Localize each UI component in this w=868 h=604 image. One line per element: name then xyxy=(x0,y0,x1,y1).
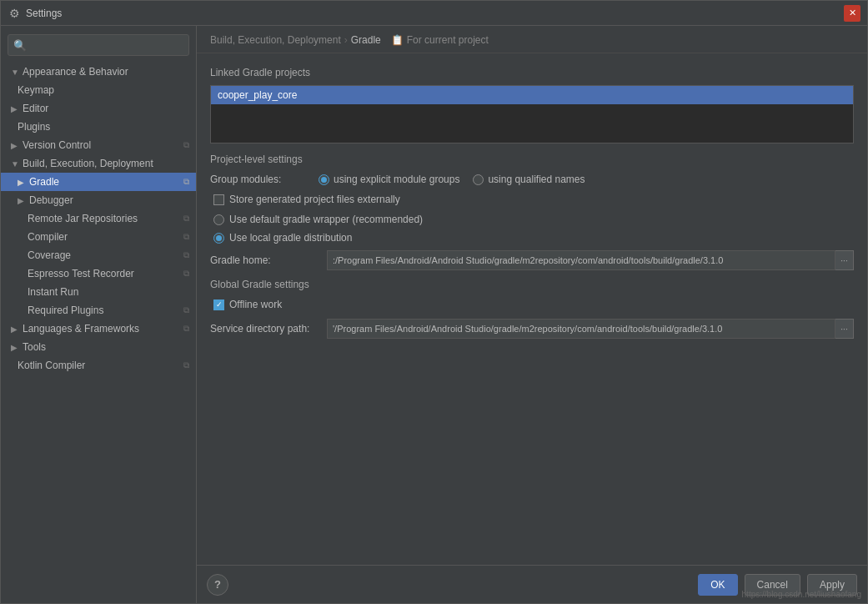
sidebar-item-label: Remote Jar Repositories xyxy=(28,213,138,224)
sidebar-item-version-control[interactable]: ▶ Version Control ⧉ xyxy=(1,136,196,154)
arrow-right-icon: ▶ xyxy=(11,104,21,113)
sidebar-item-label: Espresso Test Recorder xyxy=(28,268,134,279)
use-local-distribution-label: Use local gradle distribution xyxy=(229,232,352,244)
settings-window: ⚙ Settings ✕ 🔍 ▼ Appearance & Behavior K… xyxy=(0,0,868,604)
sidebar-item-remote-jar[interactable]: Remote Jar Repositories ⧉ xyxy=(1,209,196,228)
search-box[interactable]: 🔍 xyxy=(8,34,189,56)
sidebar-item-compiler[interactable]: Compiler ⧉ xyxy=(1,228,196,246)
window-title: Settings xyxy=(26,8,844,19)
footer-left: ? xyxy=(207,574,228,596)
project-settings-label: Project-level settings xyxy=(210,154,854,165)
copy-icon: ⧉ xyxy=(183,177,189,187)
group-modules-label: Group modules: xyxy=(210,174,319,185)
sidebar-item-label: Coverage xyxy=(28,249,71,261)
gradle-home-browse-button[interactable]: ··· xyxy=(835,250,854,270)
sidebar-item-kotlin[interactable]: Kotlin Compiler ⧉ xyxy=(1,356,196,375)
offline-work-label: Offline work xyxy=(229,299,282,310)
store-generated-checkbox[interactable] xyxy=(213,194,224,205)
radio-qualified[interactable]: using qualified names xyxy=(473,174,585,185)
sidebar-item-label: Gradle xyxy=(29,176,59,188)
sidebar-item-label: Tools xyxy=(23,341,46,353)
ok-label: OK xyxy=(710,579,725,591)
sidebar: 🔍 ▼ Appearance & Behavior Keymap ▶ Edito… xyxy=(1,26,197,603)
sidebar-item-label: Plugins xyxy=(18,121,50,133)
sidebar-item-keymap[interactable]: Keymap xyxy=(1,81,196,99)
footer-url: https://blog.csdn.net/liushaofang xyxy=(742,590,861,599)
gradle-home-input[interactable] xyxy=(327,250,835,270)
project-icon: 📋 xyxy=(391,34,404,46)
breadcrumb-current: Gradle xyxy=(351,34,381,46)
use-default-wrapper-label: Use default gradle wrapper (recommended) xyxy=(229,214,423,225)
sidebar-item-label: Instant Run xyxy=(28,286,78,298)
sidebar-item-instant-run[interactable]: Instant Run xyxy=(1,283,196,301)
group-modules-radio-group: using explicit module groups using quali… xyxy=(319,174,585,185)
arrow-down-icon: ▼ xyxy=(11,68,21,77)
breadcrumb: Build, Execution, Deployment › Gradle 📋 … xyxy=(197,26,867,53)
breadcrumb-path: Build, Execution, Deployment xyxy=(210,34,341,46)
service-directory-label: Service directory path: xyxy=(210,323,327,335)
store-generated-row[interactable]: Store generated project files externally xyxy=(210,194,854,205)
help-button[interactable]: ? xyxy=(207,574,228,596)
linked-project-item[interactable]: cooper_play_core xyxy=(211,86,853,104)
radio-use-default-wrapper[interactable] xyxy=(213,214,224,225)
sidebar-item-espresso[interactable]: Espresso Test Recorder ⧉ xyxy=(1,264,196,283)
sidebar-item-label: Kotlin Compiler xyxy=(18,360,85,371)
title-bar: ⚙ Settings ✕ xyxy=(1,1,867,26)
use-local-distribution-row[interactable]: Use local gradle distribution xyxy=(210,232,854,244)
sidebar-item-label: Keymap xyxy=(18,84,54,96)
sidebar-item-label: Editor xyxy=(23,103,48,114)
content-area: Build, Execution, Deployment › Gradle 📋 … xyxy=(197,26,867,603)
offline-work-row[interactable]: Offline work xyxy=(210,299,854,310)
sidebar-item-appearance[interactable]: ▼ Appearance & Behavior xyxy=(1,63,196,81)
global-settings-label: Global Gradle settings xyxy=(210,279,854,290)
use-default-wrapper-row[interactable]: Use default gradle wrapper (recommended) xyxy=(210,214,854,225)
sidebar-item-label: Build, Execution, Deployment xyxy=(23,158,153,169)
arrow-right-icon: ▶ xyxy=(11,141,21,150)
radio-explicit[interactable]: using explicit module groups xyxy=(319,174,459,185)
sidebar-item-coverage[interactable]: Coverage ⧉ xyxy=(1,246,196,264)
sidebar-item-required-plugins[interactable]: Required Plugins ⧉ xyxy=(1,301,196,320)
copy-icon: ⧉ xyxy=(183,360,189,370)
arrow-right-icon: ▶ xyxy=(11,325,21,334)
sidebar-item-label: Languages & Frameworks xyxy=(23,323,139,335)
sidebar-item-languages[interactable]: ▶ Languages & Frameworks ⧉ xyxy=(1,320,196,338)
sidebar-item-label: Version Control xyxy=(23,139,91,151)
close-button[interactable]: ✕ xyxy=(844,5,860,22)
sidebar-item-tools[interactable]: ▶ Tools xyxy=(1,338,196,356)
sidebar-item-label: Required Plugins xyxy=(28,305,103,316)
sidebar-item-label: Appearance & Behavior xyxy=(23,66,128,78)
search-input[interactable] xyxy=(30,39,183,51)
breadcrumb-sep: › xyxy=(344,34,348,46)
sidebar-item-gradle[interactable]: ▶ Gradle ⧉ xyxy=(1,173,196,191)
copy-icon: ⧉ xyxy=(183,232,189,242)
ok-button[interactable]: OK xyxy=(698,574,737,596)
apply-label: Apply xyxy=(820,579,845,591)
radio-circle-qualified[interactable] xyxy=(473,174,484,185)
copy-icon: ⧉ xyxy=(183,214,189,224)
group-modules-row: Group modules: using explicit module gro… xyxy=(210,174,854,185)
copy-icon: ⧉ xyxy=(183,250,189,260)
copy-icon: ⧉ xyxy=(183,269,189,279)
sidebar-item-label: Compiler xyxy=(28,231,68,243)
sidebar-item-label: Debugger xyxy=(29,194,73,206)
radio-use-local-distribution[interactable] xyxy=(213,233,224,244)
arrow-right-icon: ▶ xyxy=(11,343,21,352)
content-body: Linked Gradle projects cooper_play_core … xyxy=(197,53,867,565)
help-label: ? xyxy=(214,578,221,591)
project-label: For current project xyxy=(407,34,489,46)
sidebar-item-editor[interactable]: ▶ Editor xyxy=(1,99,196,118)
offline-work-checkbox[interactable] xyxy=(213,299,224,310)
sidebar-item-debugger[interactable]: ▶ Debugger xyxy=(1,191,196,209)
store-generated-label: Store generated project files externally xyxy=(229,194,400,205)
cancel-label: Cancel xyxy=(757,579,788,591)
radio-qualified-label: using qualified names xyxy=(488,174,585,185)
service-directory-browse-button[interactable]: ··· xyxy=(835,319,854,339)
sidebar-item-build-execution[interactable]: ▼ Build, Execution, Deployment xyxy=(1,154,196,173)
search-icon: 🔍 xyxy=(13,39,27,52)
arrow-down-icon: ▼ xyxy=(11,159,21,169)
radio-circle-explicit[interactable] xyxy=(319,174,329,185)
sidebar-item-plugins[interactable]: Plugins xyxy=(1,118,196,136)
linked-projects-box[interactable]: cooper_play_core xyxy=(210,85,854,143)
service-directory-input[interactable] xyxy=(327,319,835,339)
radio-explicit-label: using explicit module groups xyxy=(334,174,459,185)
